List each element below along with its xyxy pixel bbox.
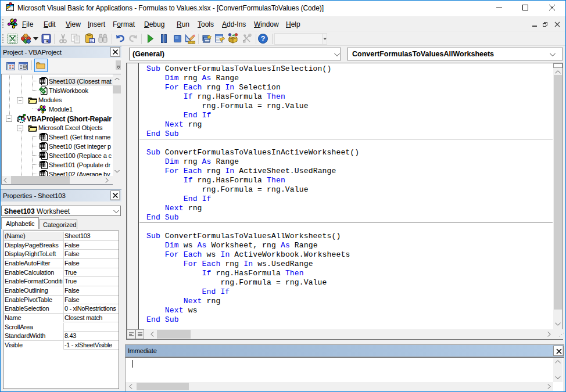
svg-text:?: ? xyxy=(261,35,266,43)
